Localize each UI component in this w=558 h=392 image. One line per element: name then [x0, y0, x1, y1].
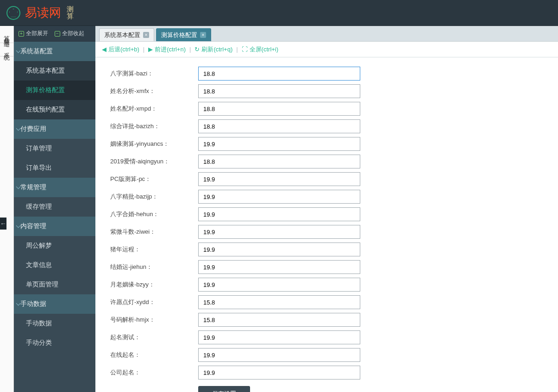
tab-label: 系统基本配置 [104, 31, 140, 39]
refresh-icon: ↻ [194, 46, 200, 53]
form-label: 姻缘测算-yinyuancs： [110, 140, 198, 148]
arrow-right-icon: ▶ [148, 46, 153, 53]
sidebar-item[interactable]: 手动分类 [14, 333, 95, 353]
form-row: 在线起名： [110, 348, 558, 362]
form-row: PC版测算-pc： [110, 172, 558, 186]
sidebar-collapse-handle[interactable]: ← [0, 218, 6, 230]
form-label: 2019爱情-aiqingyun： [110, 157, 198, 166]
fullscreen-button[interactable]: ⛶ 全屏(ctrl+i) [242, 45, 278, 54]
price-input[interactable] [198, 84, 360, 98]
arrow-left-icon: ◀ [102, 46, 107, 53]
brand-icon [6, 6, 20, 20]
sidebar-item[interactable]: 文章信息 [14, 255, 95, 275]
main-panel: 系统基本配置×测算价格配置× ◀ 后退(ctrl+b) | ▶ 前进(ctrl+… [95, 26, 558, 392]
brand-sub: 测 算 [67, 6, 74, 20]
toolbar: ◀ 后退(ctrl+b) | ▶ 前进(ctrl+n) | ↻ 刷新(ctrl+… [95, 42, 558, 57]
form-label: 在线起名： [110, 351, 198, 359]
form-label: 八字测算-bazi： [110, 69, 198, 78]
price-input[interactable] [198, 207, 360, 221]
price-input[interactable] [198, 155, 360, 168]
form-row: 月老姻缘-bzyy： [110, 278, 558, 292]
form-label: 公司起名： [110, 368, 198, 377]
form-row: 2019爱情-aiqingyun： [110, 155, 558, 168]
price-input[interactable] [198, 119, 360, 133]
brand-name: 易读网 [25, 5, 61, 21]
price-input[interactable] [198, 243, 360, 256]
form-label: 起名测试： [110, 333, 198, 342]
sidebar-item[interactable]: 单页面管理 [14, 275, 95, 294]
sidebar-group[interactable]: 系统基配置 [14, 42, 95, 61]
price-input[interactable] [198, 366, 360, 380]
topbar: 易读网 测 算 [0, 0, 558, 26]
form-label: 八字合婚-hehun： [110, 210, 198, 218]
vtab-fortune[interactable]: 算命频道 [0, 26, 13, 43]
vtab-system[interactable]: 系统 [0, 43, 13, 56]
form-row: 猪年运程： [110, 243, 558, 256]
form-row: 八字测算-bazi： [110, 67, 558, 81]
form-row: 许愿点灯-xydd： [110, 295, 558, 309]
sidebar-item[interactable]: 测算价格配置 [14, 81, 95, 100]
collapse-all-button[interactable]: − 全部收起 [55, 30, 84, 37]
content: 八字测算-bazi：姓名分析-xmfx：姓名配对-xmpd：综合详批-baziz… [95, 57, 558, 392]
price-input[interactable] [198, 313, 360, 327]
forward-button[interactable]: ▶ 前进(ctrl+n) [148, 45, 186, 54]
sidebar-item[interactable]: 周公解梦 [14, 236, 95, 255]
sidebar-item[interactable]: 订单管理 [14, 139, 95, 158]
close-icon[interactable]: × [200, 32, 206, 38]
price-input[interactable] [198, 172, 360, 186]
sidebar-controls: + 全部展开 − 全部收起 [14, 26, 95, 42]
form-row: 公司起名： [110, 366, 558, 380]
form-label: 月老姻缘-bzyy： [110, 280, 198, 289]
refresh-button[interactable]: ↻ 刷新(ctrl+q) [194, 45, 232, 54]
form-row: 紫微斗数-ziwei： [110, 225, 558, 239]
sidebar-item[interactable]: 手动数据 [14, 314, 95, 333]
form-label: PC版测算-pc： [110, 175, 198, 183]
price-input[interactable] [198, 102, 360, 116]
form-row: 姓名配对-xmpd： [110, 102, 558, 116]
sidebar-group[interactable]: 付费应用 [14, 119, 95, 139]
vertical-tabs: 算命频道 系统 [0, 26, 14, 392]
price-input[interactable] [198, 348, 360, 362]
price-input[interactable] [198, 260, 360, 274]
form-row: 起名测试： [110, 330, 558, 344]
price-input[interactable] [198, 225, 360, 239]
tab-label: 测算价格配置 [161, 31, 197, 39]
sidebar-item[interactable]: 缓存管理 [14, 197, 95, 217]
form-row: 姻缘测算-yinyuancs： [110, 137, 558, 151]
form-label: 结婚运-jiehun： [110, 263, 198, 271]
brand: 易读网 测 算 [6, 5, 74, 21]
form-label: 八字精批-bazijp： [110, 193, 198, 201]
form-label: 综合详批-bazizh： [110, 122, 198, 131]
price-input[interactable] [198, 67, 360, 81]
form-row: 综合详批-bazizh： [110, 119, 558, 133]
page-tab[interactable]: 系统基本配置× [99, 28, 154, 41]
form-label: 猪年运程： [110, 245, 198, 254]
form-label: 紫微斗数-ziwei： [110, 228, 198, 236]
save-button[interactable]: 保存设置 [198, 386, 250, 392]
minus-icon: − [55, 31, 60, 37]
sidebar-group[interactable]: 常规管理 [14, 178, 95, 197]
sidebar-item[interactable]: 订单导出 [14, 158, 95, 178]
form-row: 八字合婚-hehun： [110, 207, 558, 221]
expand-all-button[interactable]: + 全部展开 [19, 30, 48, 37]
back-button[interactable]: ◀ 后退(ctrl+b) [102, 45, 139, 54]
price-input[interactable] [198, 137, 360, 151]
tabbar: 系统基本配置×测算价格配置× [95, 26, 558, 42]
price-input[interactable] [198, 190, 360, 204]
sidebar: + 全部展开 − 全部收起 系统基配置系统基本配置测算价格配置在线预约配置付费应… [14, 26, 95, 392]
sidebar-group[interactable]: 手动数据 [14, 294, 95, 314]
form-label: 许愿点灯-xydd： [110, 298, 198, 306]
price-input[interactable] [198, 278, 360, 292]
page-tab[interactable]: 测算价格配置× [156, 28, 211, 41]
sidebar-group[interactable]: 内容管理 [14, 217, 95, 236]
price-input[interactable] [198, 295, 360, 309]
price-input[interactable] [198, 330, 360, 344]
form-label: 姓名分析-xmfx： [110, 87, 198, 95]
sidebar-item[interactable]: 系统基本配置 [14, 61, 95, 81]
plus-icon: + [19, 31, 24, 37]
form-label: 姓名配对-xmpd： [110, 105, 198, 113]
form-label: 号码解析-hmjx： [110, 316, 198, 324]
form-row: 姓名分析-xmfx： [110, 84, 558, 98]
sidebar-item[interactable]: 在线预约配置 [14, 100, 95, 119]
close-icon[interactable]: × [143, 32, 149, 38]
